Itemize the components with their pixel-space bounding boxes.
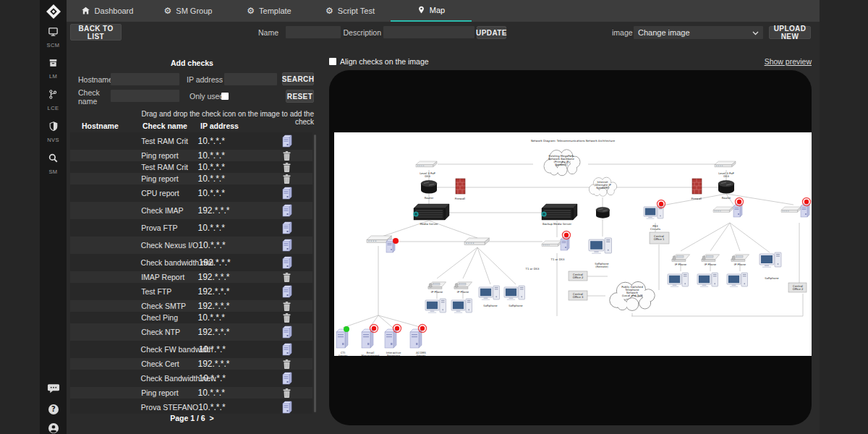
- branch-icon: [48, 89, 58, 103]
- nav-bar: Dashboard⚙SM Group⚙Template⚙Script TestM…: [67, 0, 820, 22]
- col-hostname: Hostname: [82, 122, 119, 130]
- svg-text:Media Server: Media Server: [420, 222, 438, 226]
- hostname-input[interactable]: [111, 73, 179, 85]
- update-button[interactable]: UPDATE: [477, 26, 506, 39]
- delete-check-trash-icon[interactable]: [262, 359, 312, 369]
- delete-check-trash-icon[interactable]: [262, 174, 312, 184]
- table-row[interactable]: Check FW bandwidth10.*.*.*: [70, 341, 312, 358]
- drag-check-server-icon[interactable]: [262, 187, 312, 200]
- drag-check-server-icon[interactable]: [262, 221, 312, 234]
- delete-check-trash-icon[interactable]: [262, 163, 312, 172]
- sidebar-item-lce[interactable]: LCE: [48, 89, 59, 111]
- drag-check-server-icon[interactable]: [262, 239, 312, 252]
- description-label: Description: [343, 28, 381, 37]
- table-row[interactable]: Test FTP192.*.*.*: [70, 283, 312, 300]
- drag-check-server-icon[interactable]: [262, 285, 312, 298]
- row-check-name: Check FW bandwidth: [141, 345, 199, 354]
- table-row[interactable]: Test RAM Crit10.*.*.*: [70, 161, 312, 173]
- table-row[interactable]: Check Nexus I/O10.*.*.*: [70, 237, 312, 254]
- reset-button[interactable]: RESET: [286, 90, 314, 103]
- account-icon[interactable]: [48, 422, 59, 434]
- row-check-name: Check IMAP: [141, 206, 197, 215]
- only-used-label: Only used: [190, 92, 224, 101]
- delete-check-trash-icon[interactable]: [262, 151, 312, 161]
- back-to-list-button[interactable]: BACK TO LIST: [70, 24, 122, 41]
- drag-check-server-icon[interactable]: [262, 204, 312, 217]
- svg-text:Router: Router: [722, 196, 731, 200]
- table-row[interactable]: Ping report10.*.*.*: [70, 150, 312, 161]
- table-row[interactable]: Check SMTP192.*.*.*: [70, 300, 312, 312]
- sidebar-item-label: LCE: [48, 105, 59, 111]
- table-row[interactable]: Check Cert192.*.*.*: [70, 358, 312, 370]
- svg-text:CentralOffice 2: CentralOffice 2: [573, 273, 584, 279]
- row-check-name: Check bandwidth mai: [141, 258, 199, 267]
- row-check-name: Test FTP: [141, 287, 197, 296]
- drag-check-server-icon[interactable]: [262, 372, 312, 385]
- tab-map[interactable]: Map: [391, 0, 472, 22]
- svg-text:Level 3 PoPDS3: Level 3 PoPDS3: [718, 171, 734, 178]
- svg-text:Softphone: Softphone: [765, 276, 779, 280]
- sidebar-item-lm[interactable]: LM: [48, 58, 59, 80]
- row-check-name: Prova STEFANO: [141, 403, 198, 412]
- search-icon: [48, 153, 59, 166]
- delete-check-trash-icon[interactable]: [262, 302, 312, 311]
- svg-text:Backup Media Server: Backup Media Server: [542, 222, 572, 226]
- app-logo-diamond-icon[interactable]: [40, 3, 67, 20]
- name-input[interactable]: [286, 26, 341, 38]
- table-row[interactable]: Check bandwidth mai192.*.*.*: [70, 254, 312, 271]
- table-row[interactable]: Prova STEFANO10.*.*.*: [70, 399, 312, 414]
- row-ip-address: 10.*.*.*: [198, 402, 262, 412]
- sidebar-rail: SCMLMLCENVSSM ?: [40, 0, 67, 434]
- align-checks-checkbox[interactable]: [329, 58, 336, 65]
- table-row[interactable]: Ping report10.*.*.*: [70, 387, 312, 399]
- image-select[interactable]: Change image: [634, 26, 763, 39]
- check-name-input[interactable]: [111, 90, 179, 102]
- table-row[interactable]: CPU report10.*.*.*: [70, 184, 312, 202]
- show-preview-link[interactable]: Show preview: [752, 57, 812, 66]
- table-row[interactable]: IMAP Report192.*.*.*: [70, 271, 312, 283]
- firewall-left-node: [456, 179, 465, 194]
- tab-sm-group[interactable]: ⚙SM Group: [148, 0, 229, 22]
- table-row[interactable]: Prova FTP10.*.*.*: [70, 219, 312, 237]
- upload-new-button[interactable]: UPLOAD NEW: [769, 26, 811, 39]
- table-row[interactable]: Test RAM Crit10.*.*.*: [70, 132, 312, 150]
- tab-dashboard[interactable]: Dashboard: [67, 0, 148, 22]
- row-check-name: Check SMTP: [141, 302, 197, 310]
- drag-check-server-icon[interactable]: [262, 256, 312, 269]
- delete-check-trash-icon[interactable]: [262, 273, 312, 282]
- sidebar-item-nvs[interactable]: NVS: [47, 121, 59, 143]
- delete-check-trash-icon[interactable]: [262, 313, 312, 323]
- tab-script-test[interactable]: ⚙Script Test: [310, 0, 391, 22]
- delete-check-trash-icon[interactable]: [262, 388, 312, 398]
- drag-check-server-icon[interactable]: [262, 135, 312, 148]
- table-row[interactable]: Check Bandwidth new10.*.*.*: [70, 370, 312, 387]
- chevron-down-icon: [752, 28, 759, 37]
- table-row[interactable]: Checl Ping10.*.*.*: [70, 312, 312, 323]
- tab-template[interactable]: ⚙Template: [229, 0, 310, 22]
- checks-table-scrollbar[interactable]: [314, 135, 316, 412]
- sidebar-item-label: NVS: [47, 137, 59, 143]
- svg-text:?: ?: [51, 405, 56, 413]
- row-check-name: CPU report: [141, 189, 197, 197]
- chat-icon[interactable]: [47, 383, 59, 397]
- drag-check-server-icon[interactable]: [262, 326, 312, 339]
- only-used-checkbox[interactable]: [221, 93, 229, 100]
- drag-check-server-icon[interactable]: [262, 401, 312, 414]
- table-row[interactable]: Check NTP192.*.*.*: [70, 323, 312, 341]
- pagination-next-button[interactable]: >: [210, 414, 214, 422]
- add-checks-title: Add checks: [70, 59, 314, 67]
- network-diagram-image[interactable]: Network Diagram: Telecommunications Netw…: [334, 132, 812, 356]
- table-row[interactable]: Ping report10.*.*.*: [70, 173, 312, 184]
- sidebar-item-sm[interactable]: SM: [48, 153, 59, 175]
- svg-text:Router: Router: [425, 196, 434, 200]
- firewall-right-node: [692, 179, 702, 194]
- description-input[interactable]: [383, 26, 475, 38]
- ip-address-input[interactable]: [224, 73, 277, 85]
- help-icon[interactable]: ?: [48, 404, 59, 418]
- media-server-node: [413, 204, 449, 220]
- row-check-name: Check Nexus I/O: [141, 241, 198, 250]
- search-button[interactable]: SEARCH: [282, 72, 314, 85]
- sidebar-item-scm[interactable]: SCM: [47, 26, 60, 48]
- drag-check-server-icon[interactable]: [262, 343, 312, 356]
- table-row[interactable]: Check IMAP192.*.*.*: [70, 202, 312, 219]
